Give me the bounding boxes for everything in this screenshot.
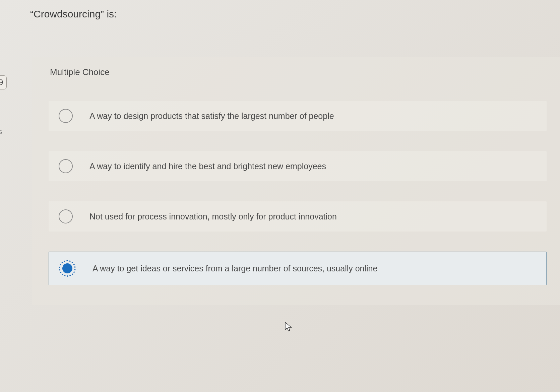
radio-icon-selected[interactable] <box>59 260 76 277</box>
cursor-icon <box>284 322 293 334</box>
option-2[interactable]: A way to identify and hire the best and … <box>49 151 547 181</box>
option-3[interactable]: Not used for process innovation, mostly … <box>49 201 547 232</box>
question-type-label: Multiple Choice <box>50 67 547 77</box>
multiple-choice-container: Multiple Choice A way to design products… <box>32 57 560 305</box>
option-text: A way to get ideas or services from a la… <box>92 263 377 274</box>
sidebar-letter: s <box>0 127 2 136</box>
radio-icon[interactable] <box>59 109 73 123</box>
option-text: A way to design products that satisfy th… <box>89 110 334 122</box>
question-prompt: “Crowdsourcing” is: <box>30 8 117 20</box>
radio-icon[interactable] <box>59 159 73 173</box>
option-4[interactable]: A way to get ideas or services from a la… <box>49 252 547 285</box>
option-text: Not used for process innovation, mostly … <box>89 211 337 222</box>
radio-icon[interactable] <box>59 209 73 223</box>
option-1[interactable]: A way to design products that satisfy th… <box>49 101 547 131</box>
sidebar-badge-text: 9 <box>0 78 3 87</box>
option-text: A way to identify and hire the best and … <box>89 160 326 172</box>
sidebar-badge[interactable]: 9 <box>0 75 7 89</box>
